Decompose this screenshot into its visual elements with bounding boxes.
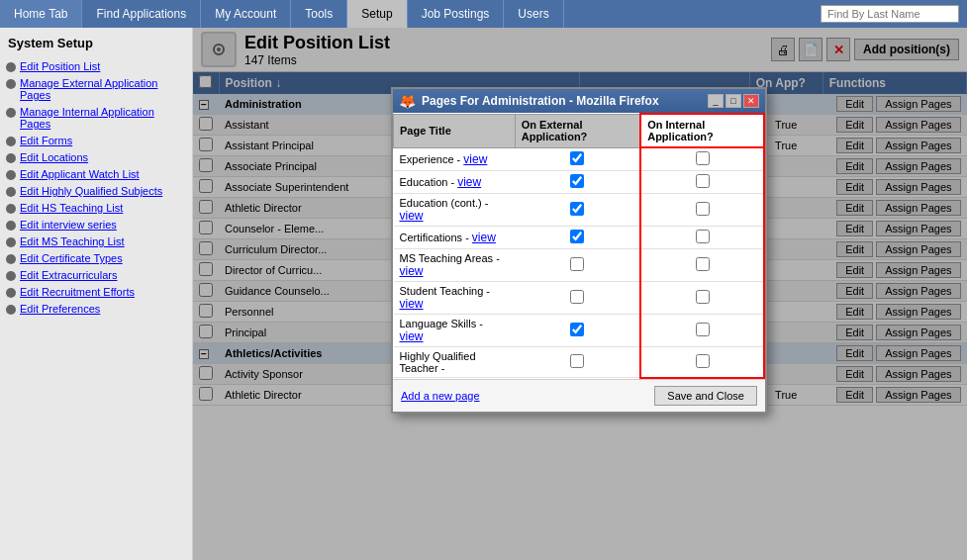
sidebar-item-recruitment[interactable]: Edit Recruitment Efforts bbox=[4, 284, 188, 300]
internal-checkbox[interactable] bbox=[696, 323, 710, 336]
modal-row: Highly Qualified Teacher - bbox=[394, 347, 765, 378]
nav-tab-users[interactable]: Users bbox=[504, 0, 563, 28]
external-checkbox[interactable] bbox=[570, 354, 584, 368]
modal-titlebar: 🦊 Pages For Administration - Mozilla Fir… bbox=[393, 89, 765, 113]
nav-tab-home[interactable]: Home Tab bbox=[0, 0, 82, 28]
sidebar-item-hs-teaching[interactable]: Edit HS Teaching List bbox=[4, 200, 188, 216]
modal-page-title: MS Teaching Areas - view bbox=[394, 249, 516, 282]
search-input[interactable] bbox=[821, 5, 959, 23]
modal-external-cell bbox=[515, 147, 640, 171]
modal-close-button[interactable]: ✕ bbox=[743, 94, 759, 108]
modal-internal-cell bbox=[640, 282, 764, 315]
sidebar-item-cert-types[interactable]: Edit Certificate Types bbox=[4, 250, 188, 266]
modal-th-pagetitle: Page Title bbox=[394, 114, 516, 147]
modal-internal-cell bbox=[640, 194, 764, 227]
dot-icon bbox=[6, 305, 16, 315]
modal-page-title: Experience - view bbox=[394, 147, 516, 171]
dot-icon bbox=[6, 288, 16, 298]
internal-checkbox[interactable] bbox=[696, 202, 710, 216]
external-checkbox[interactable] bbox=[570, 230, 584, 243]
nav-tab-setup[interactable]: Setup bbox=[347, 0, 407, 28]
modal-th-internal: On Internal Application? bbox=[640, 114, 764, 147]
modal-external-cell bbox=[515, 227, 640, 249]
internal-checkbox[interactable] bbox=[696, 354, 710, 368]
modal-external-cell bbox=[515, 171, 640, 194]
modal-page-title: Education (cont.) - view bbox=[394, 194, 516, 227]
internal-checkbox[interactable] bbox=[696, 290, 710, 304]
nav-tab-jobpostings[interactable]: Job Postings bbox=[408, 0, 505, 28]
sidebar-item-watch-list[interactable]: Edit Applicant Watch List bbox=[4, 166, 188, 182]
modal-row: Education (cont.) - view bbox=[394, 194, 765, 227]
modal-page-title: Certifications - view bbox=[394, 227, 516, 249]
modal-body: Page Title On External Application? On I… bbox=[393, 113, 765, 379]
nav-tab-find[interactable]: Find Applications bbox=[82, 0, 201, 28]
external-checkbox[interactable] bbox=[570, 202, 584, 216]
dot-icon bbox=[6, 108, 16, 118]
dot-icon bbox=[6, 237, 16, 247]
external-checkbox[interactable] bbox=[570, 323, 584, 336]
dot-icon bbox=[6, 271, 16, 281]
modal-internal-cell bbox=[640, 227, 764, 249]
sidebar: System Setup Edit Position List Manage E… bbox=[0, 28, 193, 560]
external-checkbox[interactable] bbox=[570, 290, 584, 304]
modal-page-title: Language Skills - view bbox=[394, 315, 516, 347]
view-link[interactable]: view bbox=[457, 175, 481, 189]
sidebar-item-manage-external[interactable]: Manage External Application Pages bbox=[4, 75, 188, 103]
view-link[interactable]: view bbox=[463, 152, 487, 166]
dot-icon bbox=[6, 254, 16, 264]
sidebar-item-extracurriculars[interactable]: Edit Extracurriculars bbox=[4, 267, 188, 283]
modal-row: Experience - view bbox=[394, 147, 765, 171]
nav-tab-tools[interactable]: Tools bbox=[291, 0, 347, 28]
modal-internal-cell bbox=[640, 147, 764, 171]
sidebar-item-preferences[interactable]: Edit Preferences bbox=[4, 301, 188, 317]
modal-internal-cell bbox=[640, 347, 764, 378]
modal-external-cell bbox=[515, 194, 640, 227]
modal-titlebar-buttons: _ □ ✕ bbox=[708, 94, 759, 108]
modal-external-cell bbox=[515, 249, 640, 282]
internal-checkbox[interactable] bbox=[696, 151, 710, 165]
view-link[interactable]: view bbox=[472, 231, 496, 244]
modal-th-external: On External Application? bbox=[515, 114, 640, 147]
sidebar-item-edit-forms[interactable]: Edit Forms bbox=[4, 133, 188, 148]
modal-external-cell bbox=[515, 347, 640, 378]
view-link[interactable]: view bbox=[400, 329, 424, 343]
content-area: Edit Position List 147 Items 🖨 📄 ✕ Add p… bbox=[193, 28, 967, 560]
sidebar-item-interview[interactable]: Edit interview series bbox=[4, 217, 188, 233]
internal-checkbox[interactable] bbox=[696, 174, 710, 188]
modal-minimize-button[interactable]: _ bbox=[708, 94, 724, 108]
modal-row: Student Teaching - view bbox=[394, 282, 765, 315]
external-checkbox[interactable] bbox=[570, 151, 584, 165]
modal-external-cell bbox=[515, 282, 640, 315]
modal-internal-cell bbox=[640, 249, 764, 282]
internal-checkbox[interactable] bbox=[696, 230, 710, 243]
sidebar-item-edit-position[interactable]: Edit Position List bbox=[4, 58, 188, 74]
sidebar-item-hq-subjects[interactable]: Edit Highly Qualified Subjects bbox=[4, 183, 188, 199]
modal-external-cell bbox=[515, 315, 640, 347]
sidebar-item-edit-locations[interactable]: Edit Locations bbox=[4, 149, 188, 165]
save-and-close-button[interactable]: Save and Close bbox=[654, 386, 757, 406]
modal-dialog: 🦊 Pages For Administration - Mozilla Fir… bbox=[391, 87, 767, 414]
internal-checkbox[interactable] bbox=[696, 257, 710, 271]
modal-row: Language Skills - view bbox=[394, 315, 765, 347]
modal-maximize-button[interactable]: □ bbox=[725, 94, 741, 108]
modal-page-title: Student Teaching - view bbox=[394, 282, 516, 315]
nav-tab-myaccount[interactable]: My Account bbox=[201, 0, 291, 28]
sidebar-item-ms-teaching[interactable]: Edit MS Teaching List bbox=[4, 233, 188, 249]
modal-title: Pages For Administration - Mozilla Firef… bbox=[422, 94, 659, 108]
external-checkbox[interactable] bbox=[570, 257, 584, 271]
firefox-icon: 🦊 bbox=[399, 93, 416, 109]
dot-icon bbox=[6, 153, 16, 163]
add-new-page-link[interactable]: Add a new page bbox=[401, 390, 480, 402]
dot-icon bbox=[6, 204, 16, 214]
modal-row: Education - view bbox=[394, 171, 765, 194]
view-link[interactable]: view bbox=[400, 297, 424, 311]
view-link[interactable]: view bbox=[400, 209, 424, 223]
view-link[interactable]: view bbox=[400, 264, 424, 278]
external-checkbox[interactable] bbox=[570, 174, 584, 188]
modal-page-title: Education - view bbox=[394, 171, 516, 194]
dot-icon bbox=[6, 221, 16, 231]
sidebar-item-manage-internal[interactable]: Manage Internal Application Pages bbox=[4, 104, 188, 132]
modal-internal-cell bbox=[640, 171, 764, 194]
modal-titlebar-left: 🦊 Pages For Administration - Mozilla Fir… bbox=[399, 93, 659, 109]
dot-icon bbox=[6, 187, 16, 197]
